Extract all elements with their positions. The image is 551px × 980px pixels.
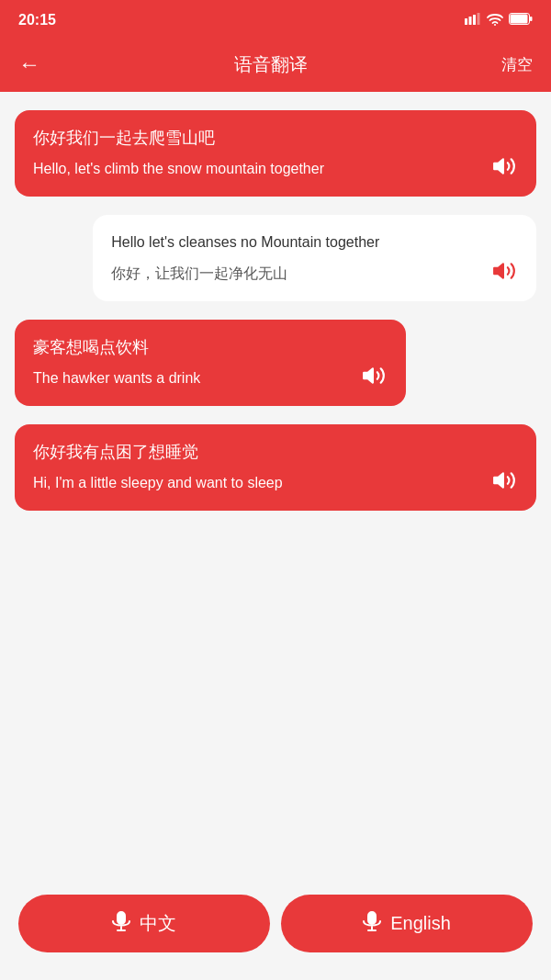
svg-point-4 bbox=[494, 24, 496, 26]
svg-marker-11 bbox=[494, 473, 503, 487]
chinese-button[interactable]: 中文 bbox=[18, 895, 270, 952]
message-2-original: Hello let's cleanses no Mountain togethe… bbox=[111, 231, 479, 253]
svg-rect-12 bbox=[118, 912, 125, 924]
message-2-speaker[interactable] bbox=[490, 257, 518, 285]
status-bar: 20:15 bbox=[0, 0, 551, 40]
back-button[interactable]: ← bbox=[18, 51, 40, 77]
message-1-original: 你好我们一起去爬雪山吧 bbox=[33, 127, 479, 149]
svg-rect-1 bbox=[469, 17, 472, 25]
message-2-text: Hello let's cleanses no Mountain togethe… bbox=[111, 231, 479, 285]
svg-rect-15 bbox=[368, 912, 376, 924]
message-1-speaker[interactable] bbox=[490, 152, 518, 180]
english-button[interactable]: English bbox=[281, 895, 533, 952]
message-3-translation: The hawker wants a drink bbox=[33, 367, 349, 389]
message-3: 豪客想喝点饮料 The hawker wants a drink bbox=[15, 320, 406, 406]
message-3-text: 豪客想喝点饮料 The hawker wants a drink bbox=[33, 336, 349, 389]
svg-marker-9 bbox=[494, 264, 503, 277]
wifi-icon bbox=[487, 13, 503, 28]
bottom-bar: 中文 English bbox=[0, 880, 551, 980]
message-3-speaker[interactable] bbox=[360, 362, 388, 389]
status-icons bbox=[465, 13, 533, 28]
chinese-mic-icon bbox=[112, 911, 130, 936]
clear-button[interactable]: 清空 bbox=[501, 54, 533, 75]
status-time: 20:15 bbox=[18, 12, 56, 28]
message-3-original: 豪客想喝点饮料 bbox=[33, 336, 349, 358]
message-1: 你好我们一起去爬雪山吧 Hello, let's climb the snow … bbox=[15, 110, 536, 197]
english-mic-icon bbox=[363, 911, 381, 936]
messages-list: 你好我们一起去爬雪山吧 Hello, let's climb the snow … bbox=[0, 92, 551, 880]
message-1-translation: Hello, let's climb the snow mountain tog… bbox=[33, 158, 479, 180]
language-buttons: 中文 English bbox=[18, 895, 533, 952]
message-1-text: 你好我们一起去爬雪山吧 Hello, let's climb the snow … bbox=[33, 127, 479, 180]
chinese-label: 中文 bbox=[140, 911, 176, 936]
svg-rect-2 bbox=[473, 15, 476, 25]
message-4-text: 你好我有点困了想睡觉 Hi, I'm a little sleepy and w… bbox=[33, 441, 479, 494]
message-4-original: 你好我有点困了想睡觉 bbox=[33, 441, 479, 463]
signal-icon bbox=[465, 13, 481, 28]
svg-marker-10 bbox=[364, 368, 373, 382]
app-header: ← 语音翻译 清空 bbox=[0, 40, 551, 92]
svg-rect-0 bbox=[465, 18, 467, 25]
svg-rect-7 bbox=[511, 15, 528, 24]
message-4: 你好我有点困了想睡觉 Hi, I'm a little sleepy and w… bbox=[15, 424, 536, 511]
page-title: 语音翻译 bbox=[234, 52, 308, 77]
message-2: Hello let's cleanses no Mountain togethe… bbox=[93, 215, 536, 301]
svg-rect-3 bbox=[478, 13, 480, 25]
svg-marker-8 bbox=[494, 159, 503, 173]
english-label: English bbox=[390, 913, 451, 934]
message-2-translation: 你好，让我们一起净化无山 bbox=[111, 263, 479, 285]
battery-icon bbox=[509, 13, 533, 28]
svg-rect-6 bbox=[530, 17, 533, 21]
message-4-translation: Hi, I'm a little sleepy and want to slee… bbox=[33, 472, 479, 494]
message-4-speaker[interactable] bbox=[490, 467, 518, 494]
